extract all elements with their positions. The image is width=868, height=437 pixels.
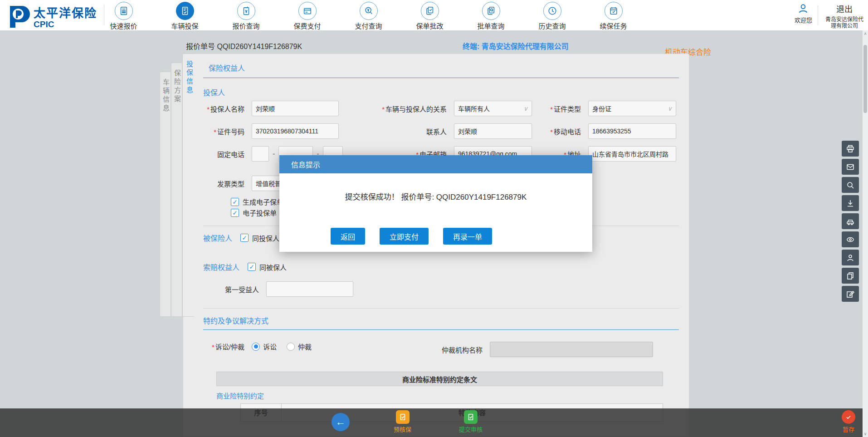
bottom-action-bar: ← 预核保 提交审核 暂存 [0, 408, 863, 437]
documents-button[interactable] [842, 268, 859, 284]
documents-icon [846, 271, 855, 280]
nav-label: 批单查询 [477, 21, 504, 30]
logout-button[interactable]: 退出 [824, 3, 865, 15]
user-welcome[interactable]: 欢迎您 [795, 3, 812, 24]
first-beneficiary-input[interactable] [266, 281, 353, 297]
nav-label: 快速报价 [110, 21, 137, 30]
nav-endorsement-query[interactable]: 批单查询 [460, 2, 522, 30]
cpic-logo[interactable]: 太平洋保险 CPIC [6, 4, 97, 29]
id-type-value: 身份证 [592, 104, 611, 113]
lawsuit-radio-litigation[interactable] [252, 343, 260, 351]
nav-payment-query[interactable]: 支付查询 [338, 2, 399, 30]
address-input[interactable] [588, 146, 676, 162]
section-rights-holder: 保险权益人 [209, 62, 245, 73]
scroll-up-arrow[interactable]: ∧ [863, 30, 868, 37]
lawsuit-label: 诉讼/仲裁 [183, 342, 244, 351]
edit-button[interactable] [842, 286, 859, 302]
quote-number-label: 报价单号 [186, 43, 215, 50]
calculator-icon [115, 2, 133, 20]
print-button[interactable] [842, 141, 859, 157]
nav-premium-pay[interactable]: 保费支付 [277, 2, 338, 30]
quote-number-value: QQID260Y1419F126879K [217, 43, 302, 50]
save-draft-button[interactable]: 暂存 [842, 410, 855, 433]
id-type-select[interactable]: 身份证 [588, 101, 676, 116]
nav-label: 保单批改 [416, 21, 443, 30]
history-query-icon [543, 2, 561, 20]
brand-sub: CPIC [34, 20, 97, 29]
mobile-label: 移动电话 [517, 127, 581, 136]
commercial-terms-link[interactable]: 商业险特别约定 [216, 391, 264, 400]
nav-quote-query[interactable]: 报价查询 [215, 2, 277, 30]
quote-query-icon [237, 2, 255, 20]
pre-check-icon [396, 410, 410, 424]
applicant-name-input[interactable] [252, 101, 339, 116]
same-as-applicant-checkbox[interactable] [240, 234, 249, 242]
search-button[interactable] [842, 177, 859, 193]
gen-epolicy-checkbox[interactable] [231, 198, 239, 206]
return-button[interactable]: 返回 [331, 228, 365, 245]
dialog-message: 提交核保成功！ 报价单号: QQID260Y1419F126879K [279, 191, 592, 202]
brand-name: 太平洋保险 [34, 4, 97, 20]
terms-table-header: 商业险标准特别约定条文 [216, 372, 663, 386]
vertical-scrollbar[interactable]: ∧ ∨ [863, 30, 868, 437]
nav-renewal-task[interactable]: 续保任务 [583, 2, 644, 30]
relationship-value: 车辆所有人 [458, 104, 490, 113]
submit-review-label: 提交审核 [459, 425, 483, 433]
quote-number: 报价单号 QQID260Y1419F126879K [186, 40, 302, 51]
welcome-label: 欢迎您 [795, 15, 812, 24]
agency-name: 青岛安达保险代理有限公司 [824, 16, 865, 29]
submit-review-icon [464, 410, 478, 424]
nav-quick-quote[interactable]: 快速报价 [93, 2, 154, 30]
divider [203, 329, 679, 330]
person-icon [846, 253, 855, 262]
divider [818, 5, 818, 25]
arbitration-org-label: 仲裁机构名称 [419, 345, 483, 354]
edit-icon [846, 290, 855, 299]
renewal-task-icon [605, 2, 623, 20]
policy-amend-icon [421, 2, 439, 20]
pay-now-button[interactable]: 立即支付 [380, 228, 429, 245]
back-button[interactable]: ← [332, 413, 350, 431]
search-icon [846, 181, 855, 190]
nav-label: 支付查询 [355, 21, 382, 30]
scroll-down-arrow[interactable]: ∨ [863, 431, 868, 437]
id-type-label: 证件类型 [517, 104, 581, 113]
nav-policy-amend[interactable]: 保单批改 [399, 2, 460, 30]
terminal-agency: 终端: 青岛安达保险代理有限公司 [463, 40, 569, 51]
user-area: 欢迎您 退出 青岛安达保险代理有限公司 [795, 3, 865, 29]
tab-vehicle-info[interactable]: 车辆信息 [160, 72, 171, 317]
dialog-buttons: 返回 立即支付 再录一单 [331, 228, 492, 245]
save-draft-icon [842, 410, 855, 424]
same-as-insured-checkbox[interactable] [248, 263, 256, 271]
section-special-terms: 特约及争议解决方式 [203, 315, 268, 326]
cpic-logo-icon [6, 5, 30, 29]
new-entry-button[interactable]: 再录一单 [443, 228, 492, 245]
section-insured: 被保险人 [203, 232, 232, 243]
gen-epolicy-label: 生成电子保单 [243, 197, 283, 206]
mail-button[interactable] [842, 159, 859, 175]
info-dialog: 信息提示 提交核保成功！ 报价单号: QQID260Y1419F126879K … [279, 155, 592, 252]
vehicle-lookup-button[interactable] [842, 213, 859, 229]
car-icon [846, 217, 855, 226]
top-navigation-bar: 太平洋保险 CPIC 快速报价 车辆投保 报价 [0, 0, 868, 30]
dialog-title: 信息提示 [279, 155, 592, 173]
eye-icon [846, 235, 855, 244]
nav-label: 续保任务 [600, 21, 627, 30]
customer-button[interactable] [842, 250, 859, 265]
mobile-input[interactable] [588, 123, 676, 139]
e-application-checkbox[interactable] [231, 209, 239, 217]
tab-insure-info[interactable]: 投保信息 [182, 54, 194, 317]
id-number-input[interactable] [252, 123, 339, 139]
tab-insurance-plan[interactable]: 保险方案 [171, 63, 182, 317]
download-button[interactable] [842, 195, 859, 211]
pre-check-button[interactable]: 预核保 [394, 410, 411, 433]
view-button[interactable] [842, 231, 859, 247]
scrollbar-thumb[interactable] [863, 45, 867, 113]
nav-vehicle-insure[interactable]: 车辆投保 [154, 2, 215, 30]
relationship-label: 车辆与投保人的关系 [365, 104, 447, 113]
lawsuit-radio-arbitration[interactable] [287, 343, 295, 351]
submit-review-button[interactable]: 提交审核 [459, 410, 483, 433]
section-claim-rights: 索赔权益人 [203, 261, 239, 272]
landline-area-input[interactable] [252, 146, 269, 162]
nav-history-query[interactable]: 历史查询 [522, 2, 583, 30]
